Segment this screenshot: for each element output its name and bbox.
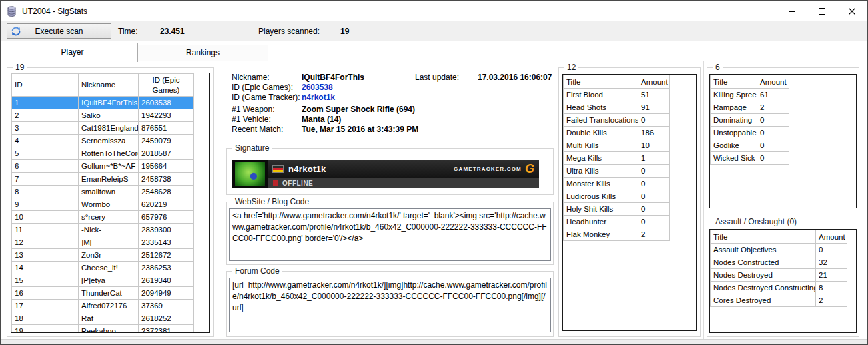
table-cell[interactable]: 15	[12, 274, 79, 287]
table-cell[interactable]: smalltown	[79, 186, 139, 198]
table-row[interactable]: 5RottenToTheCore2018587	[12, 147, 194, 160]
close-button[interactable]	[837, 1, 867, 21]
table-cell: Nodes Destroyed Constructing	[711, 282, 816, 294]
table-cell[interactable]: ]M[	[79, 236, 139, 249]
table-cell[interactable]: 10	[12, 211, 79, 224]
table-cell[interactable]: 2372381	[139, 325, 194, 334]
window-title: UT2004 - SigStats	[22, 7, 87, 16]
table-cell[interactable]: 2018587	[139, 147, 194, 160]
table-cell[interactable]: 1942293	[139, 109, 194, 122]
execute-scan-button[interactable]: Execute scan	[7, 23, 111, 39]
table-cell[interactable]: 2094949	[139, 287, 194, 300]
table-cell[interactable]: 3	[12, 122, 79, 135]
table-cell[interactable]: IQuitBF4ForThis	[79, 97, 139, 109]
tab-player[interactable]: Player	[7, 43, 138, 62]
table-row[interactable]: 18Raf2618252	[12, 312, 194, 325]
table-cell[interactable]: 17	[12, 300, 79, 312]
table-cell[interactable]: 18	[12, 312, 79, 325]
table-cell[interactable]: 1	[12, 97, 79, 109]
table-cell[interactable]: 2619340	[139, 274, 194, 287]
table-cell[interactable]: Zon3r	[79, 249, 139, 262]
table-cell[interactable]: 2618252	[139, 312, 194, 325]
table-cell[interactable]: 37369	[139, 300, 194, 312]
table-cell[interactable]: 2459079	[139, 135, 194, 147]
germany-flag-icon	[272, 165, 284, 173]
table-row[interactable]: 4Sernemissza2459079	[12, 135, 194, 147]
table-row[interactable]: 17Alfred07217637369	[12, 300, 194, 312]
table-cell[interactable]: Salko	[79, 109, 139, 122]
table-row: Rampage2	[711, 101, 789, 114]
table-cell[interactable]: Cheese_it!	[79, 262, 139, 274]
tracker-id-link[interactable]: n4rkot1k	[302, 93, 335, 102]
table-row: Ludicrous Kills0	[564, 190, 670, 203]
table-cell[interactable]: [P]etya	[79, 274, 139, 287]
table-row[interactable]: 12]M[2335143	[12, 236, 194, 249]
table-cell[interactable]: 7	[12, 173, 79, 186]
table-row[interactable]: 15[P]etya2619340	[12, 274, 194, 287]
website-code-textarea[interactable]: <a href='http://www.gametracker.com/n4rk…	[229, 208, 551, 261]
table-cell[interactable]: 2603538	[139, 97, 194, 109]
nickname-value: IQuitBF4ForThis	[302, 73, 364, 82]
table-row[interactable]: 19Peekaboo2372381	[12, 325, 194, 334]
table-cell[interactable]: 876551	[139, 122, 194, 135]
maximize-button[interactable]	[807, 1, 837, 21]
table-row[interactable]: 13Zon3r2512672	[12, 249, 194, 262]
table-cell[interactable]: 2458738	[139, 173, 194, 186]
table-cell[interactable]: Peekaboo	[79, 325, 139, 334]
table-row[interactable]: 9Wormbo620219	[12, 198, 194, 211]
player-table[interactable]: IDNicknameID (Epic Games)1IQuitBF4ForThi…	[11, 73, 194, 333]
table-cell[interactable]: 2335143	[139, 236, 194, 249]
table-cell[interactable]: 2	[12, 109, 79, 122]
tab-rankings[interactable]: Rankings	[137, 45, 268, 61]
table-row[interactable]: 8smalltown2548628	[12, 186, 194, 198]
table-row[interactable]: 10s°rcery657976	[12, 211, 194, 224]
table-cell[interactable]: 620219	[139, 198, 194, 211]
table-cell[interactable]: s°rcery	[79, 211, 139, 224]
table-cell[interactable]: Alfred072176	[79, 300, 139, 312]
table-cell[interactable]: 2386253	[139, 262, 194, 274]
table-cell[interactable]: 2548628	[139, 186, 194, 198]
table-row[interactable]: 6Gollum~*B*~AF195664	[12, 160, 194, 173]
table-cell[interactable]: 12	[12, 236, 79, 249]
table-row[interactable]: 11-Nick-2839300	[12, 224, 194, 236]
table-cell: 51	[638, 89, 670, 101]
app-window: UT2004 - SigStats Execut	[0, 0, 868, 345]
assault-onslaught-panel: TitleAmountAssault Objectives0Nodes Cons…	[709, 229, 857, 333]
table-cell[interactable]: 195664	[139, 160, 194, 173]
minimize-button[interactable]	[777, 1, 807, 21]
table-row[interactable]: 3Cat1981England876551	[12, 122, 194, 135]
table-cell[interactable]: 4	[12, 135, 79, 147]
table-cell[interactable]: Sernemissza	[79, 135, 139, 147]
table-cell[interactable]: Wormbo	[79, 198, 139, 211]
table-cell[interactable]: EmanReleipS	[79, 173, 139, 186]
table-row[interactable]: 2Salko1942293	[12, 109, 194, 122]
epic-id-link[interactable]: 2603538	[302, 83, 333, 92]
table-row[interactable]: 1IQuitBF4ForThis2603538	[12, 97, 194, 109]
table-cell[interactable]: 2839300	[139, 224, 194, 236]
table-cell[interactable]: RottenToTheCore	[79, 147, 139, 160]
table-cell[interactable]: 14	[12, 262, 79, 274]
table-cell[interactable]: 11	[12, 224, 79, 236]
table-cell[interactable]: 5	[12, 147, 79, 160]
table-row[interactable]: 14Cheese_it!2386253	[12, 262, 194, 274]
table-cell[interactable]: 16	[12, 287, 79, 300]
table-cell[interactable]: Gollum~*B*~AF	[79, 160, 139, 173]
table-cell[interactable]: -Nick-	[79, 224, 139, 236]
table-cell[interactable]: 6	[12, 160, 79, 173]
table-cell[interactable]: 9	[12, 198, 79, 211]
table-cell[interactable]: 19	[12, 325, 79, 334]
table-cell[interactable]: Cat1981England	[79, 122, 139, 135]
table-row: Nodes Destroyed Constructing8	[711, 282, 847, 294]
table-cell: 0	[757, 127, 789, 139]
table-cell[interactable]: Raf	[79, 312, 139, 325]
table-cell[interactable]: 2512672	[139, 249, 194, 262]
table-cell[interactable]: 8	[12, 186, 79, 198]
table-row[interactable]: 16ThunderCat2094949	[12, 287, 194, 300]
table-row[interactable]: 7EmanReleipS2458738	[12, 173, 194, 186]
signature-banner: n4rkot1k GAMETRACKER.COM G OFFLINE	[232, 160, 539, 188]
table-cell[interactable]: 657976	[139, 211, 194, 224]
table-cell[interactable]: ThunderCat	[79, 287, 139, 300]
table-row: Unstoppable0	[711, 127, 789, 139]
forum-code-textarea[interactable]: [url=http://www.gametracker.com/n4rkot1k…	[229, 278, 551, 332]
table-cell[interactable]: 13	[12, 249, 79, 262]
